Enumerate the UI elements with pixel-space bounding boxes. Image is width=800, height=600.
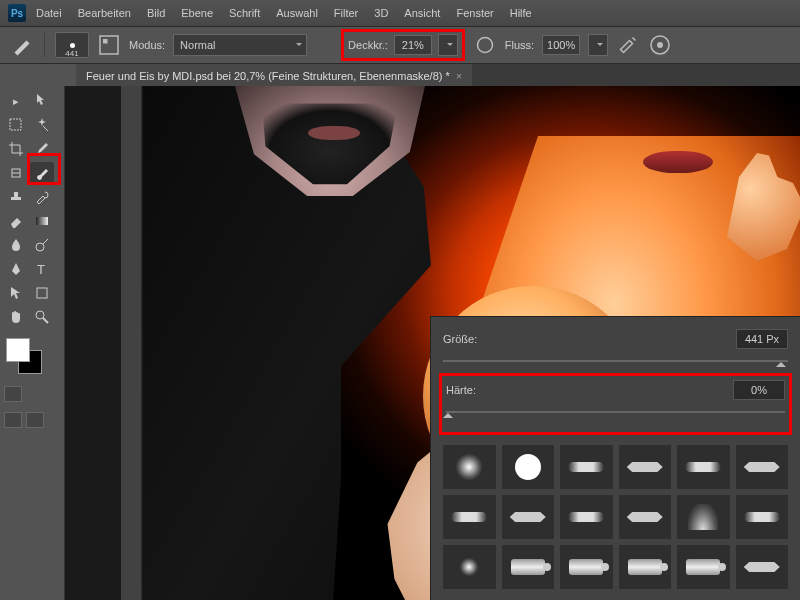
collapsed-panel-strip[interactable] [121, 86, 142, 600]
zoom-tool[interactable] [30, 306, 54, 328]
menu-filter[interactable]: Filter [334, 7, 358, 19]
type-tool[interactable]: T [30, 258, 54, 280]
brush-preset[interactable] [677, 545, 730, 589]
document-tab-title: Feuer und Eis by MDI.psd bei 20,7% (Fein… [86, 70, 450, 82]
size-value[interactable]: 441 Px [736, 329, 788, 349]
opacity-field[interactable]: 21% [394, 35, 432, 55]
options-bar: 441 Modus: Normal Deckkr.: 21% Fluss: 10… [0, 27, 800, 64]
brush-preset[interactable] [502, 495, 555, 539]
marquee-tool[interactable] [4, 114, 28, 136]
svg-text:T: T [37, 262, 45, 277]
brush-preset[interactable] [560, 445, 613, 489]
eraser-tool[interactable] [4, 210, 28, 232]
brush-tool-highlight [30, 156, 58, 182]
size-label: Größe: [443, 333, 503, 345]
svg-line-6 [43, 126, 48, 131]
tool-preset-icon[interactable] [10, 33, 34, 57]
svg-point-14 [36, 311, 44, 319]
svg-rect-0 [100, 36, 118, 54]
move-tool[interactable] [30, 90, 54, 112]
airbrush-icon[interactable] [616, 33, 640, 57]
crop-tool[interactable] [4, 138, 28, 160]
brush-preset[interactable] [677, 495, 730, 539]
brush-preset[interactable] [443, 445, 496, 489]
color-swatches[interactable] [4, 336, 44, 376]
mode-label: Modus: [129, 39, 165, 51]
brush-preset[interactable] [443, 545, 496, 589]
menu-bar: Ps Datei Bearbeiten Bild Ebene Schrift A… [0, 0, 800, 27]
app-logo: Ps [8, 4, 26, 22]
brush-preset[interactable] [677, 445, 730, 489]
opacity-highlight: Deckkr.: 21% [341, 29, 465, 61]
hand-tool[interactable] [4, 306, 28, 328]
menu-ebene[interactable]: Ebene [181, 7, 213, 19]
brush-preset[interactable] [619, 445, 672, 489]
brush-preset[interactable] [619, 495, 672, 539]
menu-ansicht[interactable]: Ansicht [404, 7, 440, 19]
flow-dropdown[interactable] [588, 34, 608, 56]
blend-mode-dropdown[interactable]: Normal [173, 34, 307, 56]
svg-rect-9 [36, 217, 48, 225]
pressure-size-icon[interactable] [648, 33, 672, 57]
hardness-row: Härte: 0% [446, 380, 785, 400]
path-select-tool[interactable] [4, 282, 28, 304]
brush-preset[interactable] [560, 495, 613, 539]
opacity-dropdown[interactable] [438, 34, 458, 56]
history-brush-tool[interactable] [30, 186, 54, 208]
gradient-tool[interactable] [30, 210, 54, 232]
flow-field[interactable]: 100% [542, 35, 580, 55]
shape-tool[interactable] [30, 282, 54, 304]
blur-tool[interactable] [4, 234, 28, 256]
hardness-value[interactable]: 0% [733, 380, 785, 400]
close-tab-icon[interactable]: × [456, 70, 462, 82]
stamp-tool[interactable] [4, 186, 28, 208]
patch-tool[interactable] [4, 162, 28, 184]
quickmask-row [4, 386, 60, 402]
brush-preset[interactable] [560, 545, 613, 589]
brush-preset[interactable] [502, 545, 555, 589]
menu-bild[interactable]: Bild [147, 7, 165, 19]
document-canvas[interactable]: + Größe: 441 Px Härte: 0% [143, 86, 800, 600]
brush-preset[interactable] [443, 495, 496, 539]
quickmask-icon[interactable] [4, 386, 22, 402]
brush-panel-toggle-icon[interactable] [97, 33, 121, 57]
menu-datei[interactable]: Datei [36, 7, 62, 19]
screenmode-icon[interactable] [4, 412, 22, 428]
menu-auswahl[interactable]: Auswahl [276, 7, 318, 19]
svg-rect-1 [103, 39, 108, 44]
wand-tool[interactable] [30, 114, 54, 136]
screenmode2-icon[interactable] [26, 412, 44, 428]
svg-rect-13 [37, 288, 47, 298]
foreground-swatch[interactable] [6, 338, 30, 362]
dodge-tool[interactable] [30, 234, 54, 256]
hardness-highlight: Härte: 0% [439, 373, 792, 435]
menu-fenster[interactable]: Fenster [456, 7, 493, 19]
expand-tool-icon[interactable]: ▸ [4, 90, 28, 112]
document-tab[interactable]: Feuer und Eis by MDI.psd bei 20,7% (Fein… [76, 64, 472, 88]
brush-preset[interactable] [619, 545, 672, 589]
pressure-opacity-icon[interactable] [473, 33, 497, 57]
brush-preset-grid [443, 445, 788, 589]
brush-preset[interactable] [736, 495, 789, 539]
menu-3d[interactable]: 3D [374, 7, 388, 19]
svg-point-10 [36, 243, 44, 251]
svg-line-11 [43, 239, 48, 244]
canvas-area: + Größe: 441 Px Härte: 0% [65, 86, 800, 600]
size-slider[interactable] [443, 355, 788, 367]
svg-point-2 [477, 38, 492, 53]
pen-tool[interactable] [4, 258, 28, 280]
flow-label: Fluss: [505, 39, 534, 51]
hardness-label: Härte: [446, 384, 506, 396]
menu-schrift[interactable]: Schrift [229, 7, 260, 19]
brush-preset-picker[interactable]: 441 [55, 32, 89, 58]
brush-preset[interactable] [502, 445, 555, 489]
brush-preset[interactable] [736, 445, 789, 489]
brush-settings-panel: Größe: 441 Px Härte: 0% [430, 316, 800, 600]
opacity-label: Deckkr.: [348, 39, 388, 51]
hardness-slider[interactable] [446, 406, 785, 418]
brush-preset[interactable] [736, 545, 789, 589]
menu-hilfe[interactable]: Hilfe [510, 7, 532, 19]
size-row: Größe: 441 Px [443, 329, 788, 349]
menu-bearbeiten[interactable]: Bearbeiten [78, 7, 131, 19]
svg-line-15 [43, 318, 48, 323]
